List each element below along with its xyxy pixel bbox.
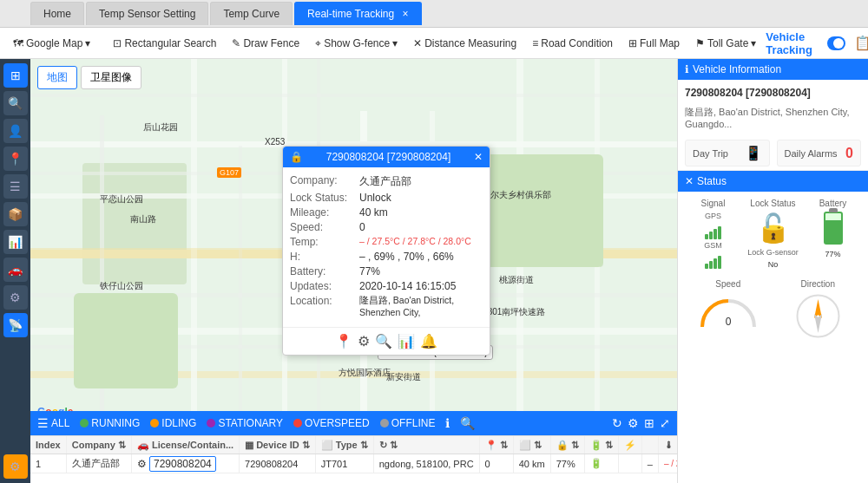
toolbar-right: Vehicle Tracking 📋 ↗ ✕: [766, 30, 868, 56]
svg-text:0: 0: [725, 316, 731, 328]
td-license: ⚙ 7290808204: [131, 454, 239, 473]
overspeed-dot: [293, 419, 302, 428]
tab-temp-sensor[interactable]: Temp Sensor Setting: [86, 2, 208, 25]
td-index: 1: [30, 454, 66, 473]
refresh-icon[interactable]: ↻: [612, 416, 622, 430]
sidebar-icon-location[interactable]: 📍: [3, 147, 28, 171]
map-area: 后山花园 X253 平恋山公园 铁仔山公园 西丽高尔夫乡村俱乐部 桃源街道 S3…: [30, 59, 677, 483]
draw-fence-icon: ✎: [232, 37, 240, 49]
th-col10: ⚡: [618, 436, 641, 454]
signal-item: Signal GPS GSM: [685, 199, 741, 269]
popup-lockstatus-row: Lock Status: Unlock: [290, 192, 483, 204]
sidebar-icon-chart[interactable]: 📊: [3, 230, 28, 254]
status-all[interactable]: ☰ ALL: [37, 416, 69, 430]
chevron-down-icon2: ▾: [392, 37, 398, 49]
rectangular-search-btn[interactable]: ⊡ Rectangular Search: [107, 35, 222, 52]
svg-rect-9: [191, 59, 197, 423]
close-popup-icon[interactable]: ✕: [474, 151, 483, 163]
status-section: ✕ Status Signal GPS GSM: [678, 170, 868, 276]
sidebar-icon-settings[interactable]: ⚙: [3, 285, 28, 310]
map-label-nanping: S301南坪快速路: [482, 306, 545, 318]
vehicle-tracking-toggle[interactable]: [827, 36, 845, 50]
tab-temp-curve[interactable]: Temp Curve: [210, 2, 293, 25]
map-layer-map-btn[interactable]: 地图: [37, 66, 77, 89]
map-label-g107: G107: [217, 167, 241, 178]
td-col10: [618, 454, 641, 473]
sidebar-icon-user[interactable]: 👤: [3, 119, 28, 143]
action-alert-icon[interactable]: 🔔: [420, 333, 437, 349]
direction-gauge-svg: [794, 292, 842, 340]
signal-bar-4: [718, 226, 721, 239]
status-idling[interactable]: IDLING: [150, 417, 196, 429]
status-panel-icon: ✕: [685, 175, 694, 187]
lock-icon-header: 🔒: [290, 151, 303, 163]
data-table-container: Index Company ⇅ 🚗 License/Contain... ▦ D…: [30, 435, 677, 483]
td-device-id: 7290808204: [240, 454, 316, 473]
signal-bar-1: [705, 234, 708, 239]
sidebar-icon-home[interactable]: ⊞: [3, 63, 28, 88]
toll-gate-btn[interactable]: ⚑ Toll Gate ▾: [689, 35, 762, 52]
tab-home[interactable]: Home: [30, 2, 84, 25]
tab-bar: Home Temp Sensor Setting Temp Curve Real…: [0, 0, 868, 28]
road-condition-btn[interactable]: ≡ Road Condition: [526, 35, 619, 52]
popup-actions: 📍 ⚙ 🔍 📊 🔔: [283, 327, 490, 355]
action-search-icon[interactable]: 🔍: [375, 333, 392, 349]
th-col8: 🔒 ⇅: [550, 436, 584, 454]
th-col6: 📍 ⇅: [479, 436, 513, 454]
map-layer-satellite-btn[interactable]: 卫星图像: [81, 66, 141, 89]
map-icon: 🗺: [13, 37, 23, 49]
export-icon[interactable]: 📋: [851, 33, 868, 53]
status-filter-bar: ☰ ALL RUNNING IDLING STATIONARY OV: [30, 411, 677, 435]
tab-realtime[interactable]: Real-time Tracking ×: [294, 2, 421, 25]
popup-temp-row: Temp: – / 27.5°C / 27.8°C / 28.0°C: [290, 236, 483, 248]
map-selector-btn[interactable]: 🗺 Google Map ▾: [7, 35, 96, 52]
action-settings-icon[interactable]: ⚙: [358, 333, 370, 349]
columns-icon[interactable]: ⊞: [644, 416, 654, 430]
popup-title: 7290808204 [7290808204]: [326, 151, 450, 163]
gsm-signal-bars: [705, 251, 721, 269]
speed-gauge: Speed 0: [685, 279, 772, 343]
sidebar-icon-list[interactable]: ☰: [3, 174, 28, 199]
map-label-x253: X253: [265, 137, 285, 147]
sidebar: ⊞ 🔍 👤 📍 ☰ 📦 📊 🚗 ⚙ 📡 ⚙: [0, 59, 30, 483]
close-tab-icon[interactable]: ×: [402, 8, 408, 20]
popup-h-row: H: – , 69% , 70% , 66%: [290, 251, 483, 263]
status-stationary[interactable]: STATIONARY: [207, 417, 283, 429]
settings-bar-icon[interactable]: ⚙: [628, 416, 639, 430]
status-section-header: ✕ Status: [678, 171, 868, 192]
sidebar-icon-vehicle[interactable]: 🚗: [3, 258, 28, 282]
vehicle-table: Index Company ⇅ 🚗 License/Contain... ▦ D…: [30, 436, 677, 473]
draw-fence-btn[interactable]: ✎ Draw Fence: [226, 35, 306, 52]
td-col8: 77%: [550, 454, 584, 473]
sidebar-icon-box[interactable]: 📦: [3, 202, 28, 226]
td-temp: – / 27.5°C / 27.8°C / 28.0°C: [658, 454, 677, 473]
th-col7: ⬜ ⇅: [513, 436, 550, 454]
search-status-icon[interactable]: 🔍: [460, 416, 475, 430]
sidebar-icon-tracking[interactable]: 📡: [3, 313, 28, 337]
status-offline[interactable]: OFFLINE: [380, 417, 436, 429]
rect-search-icon: ⊡: [113, 37, 122, 49]
action-chart-icon[interactable]: 📊: [398, 333, 415, 349]
action-location-icon[interactable]: 📍: [335, 333, 352, 349]
all-icon: ☰: [37, 416, 49, 430]
main-area: ⊞ 🔍 👤 📍 ☰ 📦 📊 🚗 ⚙ 📡 ⚙: [0, 59, 868, 483]
status-overspeed[interactable]: OVERSPEED: [293, 417, 370, 429]
battery-display: [824, 212, 843, 245]
popup-mileage-row: Mileage: 40 km: [290, 206, 483, 219]
status-running[interactable]: RUNNING: [80, 417, 140, 429]
th-temp: 🌡: [658, 436, 677, 454]
sidebar-icon-gear-bottom[interactable]: ⚙: [3, 454, 28, 479]
info-icon[interactable]: ℹ: [445, 416, 450, 430]
expand-icon[interactable]: ⤢: [660, 416, 670, 430]
full-map-btn[interactable]: ⊞ Full Map: [622, 35, 686, 52]
map-background[interactable]: 后山花园 X253 平恋山公园 铁仔山公园 西丽高尔夫乡村俱乐部 桃源街道 S3…: [30, 59, 677, 483]
distance-btn[interactable]: ✕ Distance Measuring: [407, 35, 523, 52]
panel-vehicle-addr: 隆昌路, Bao'an District, Shenzhen City, Gua…: [678, 106, 868, 136]
sidebar-icon-search[interactable]: 🔍: [3, 91, 28, 115]
signal-bar-2: [709, 232, 713, 239]
show-gfence-btn[interactable]: ⌖ Show G-fence ▾: [309, 35, 404, 52]
th-license: 🚗 License/Contain...: [131, 436, 239, 454]
map-label-xinan: 新安街道: [386, 371, 421, 383]
popup-location-row: Location: 隆昌路, Bao'an District, Shenzhen…: [290, 295, 483, 317]
map-layer-buttons: 地图 卫星图像: [37, 66, 141, 89]
